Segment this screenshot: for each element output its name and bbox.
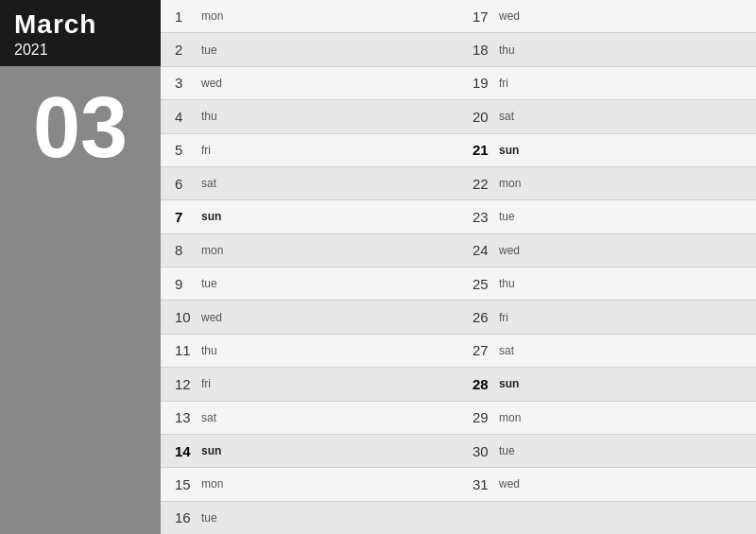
day-cell-left: 1mon [161, 0, 458, 32]
day-label: fri [499, 77, 508, 90]
day-row: 11thu27sat [161, 335, 756, 368]
day-label: sun [499, 377, 519, 390]
day-number: 13 [175, 409, 196, 425]
day-number: 2 [175, 42, 196, 58]
day-number: 15 [175, 476, 196, 492]
day-cell-right: 29mon [458, 402, 756, 434]
day-cell-right: 18thu [458, 33, 756, 65]
day-row: 7sun23tue [161, 200, 756, 233]
year-name: 2021 [14, 42, 146, 59]
day-row: 4thu20sat [161, 100, 756, 133]
day-number: 25 [472, 276, 493, 292]
day-label: wed [499, 477, 520, 491]
day-number: 7 [175, 209, 196, 225]
day-label: thu [201, 110, 217, 123]
day-number: 27 [472, 342, 493, 358]
month-number: 03 [0, 85, 161, 170]
day-number: 26 [472, 309, 493, 325]
day-label: wed [201, 311, 222, 324]
day-label: fri [201, 377, 211, 390]
day-row: 3wed19fri [161, 67, 756, 100]
day-cell-right [458, 502, 756, 534]
day-label: sat [499, 344, 514, 357]
day-cell-right: 19fri [458, 67, 756, 99]
day-cell-right: 27sat [458, 335, 756, 367]
day-number: 19 [472, 75, 493, 91]
day-label: thu [499, 43, 515, 57]
day-label: sat [201, 411, 216, 424]
day-cell-left: 4thu [161, 100, 458, 132]
day-number: 23 [472, 209, 493, 225]
day-cell-left: 12fri [161, 368, 458, 400]
day-row: 15mon31wed [161, 468, 756, 501]
day-number: 14 [175, 443, 196, 459]
day-number: 9 [175, 276, 196, 292]
day-row: 13sat29mon [161, 402, 756, 435]
day-number: 8 [175, 242, 196, 258]
day-number: 6 [175, 176, 196, 192]
day-row: 2tue18thu [161, 33, 756, 66]
day-number: 11 [175, 342, 196, 358]
day-number: 24 [472, 242, 493, 258]
day-cell-left: 2tue [161, 33, 458, 65]
day-cell-right: 28sun [458, 368, 756, 400]
day-row: 16tue [161, 502, 756, 534]
sidebar-header: March 2021 [0, 0, 161, 66]
day-label: mon [201, 244, 223, 257]
day-cell-right: 31wed [458, 468, 756, 500]
day-cell-right: 21sun [458, 134, 756, 166]
day-cell-left: 10wed [161, 301, 458, 333]
day-cell-left: 9tue [161, 267, 458, 300]
month-name: March [14, 9, 146, 40]
day-label: tue [499, 444, 515, 457]
day-row: 8mon24wed [161, 234, 756, 267]
day-cell-left: 3wed [161, 67, 458, 99]
day-number: 17 [472, 9, 493, 25]
sidebar: March 2021 03 [0, 0, 161, 534]
day-number: 10 [175, 309, 196, 325]
day-number: 5 [175, 142, 196, 158]
day-cell-left: 8mon [161, 234, 458, 267]
day-label: wed [499, 244, 520, 257]
day-cell-left: 6sat [161, 167, 458, 199]
day-number: 29 [472, 409, 493, 425]
day-label: sun [201, 210, 221, 223]
day-label: tue [201, 511, 217, 525]
day-cell-right: 17wed [458, 0, 756, 32]
day-label: sun [499, 144, 519, 157]
calendar-container: March 2021 03 1mon17wed2tue18thu3wed19fr… [0, 0, 756, 534]
day-number: 30 [472, 443, 493, 459]
day-row: 6sat22mon [161, 167, 756, 200]
day-label: mon [499, 411, 521, 424]
day-row: 9tue25thu [161, 267, 756, 301]
day-row: 10wed26fri [161, 301, 756, 334]
day-label: mon [201, 9, 223, 23]
day-number: 21 [472, 142, 493, 158]
day-label: tue [201, 277, 217, 290]
day-label: tue [499, 210, 515, 223]
day-number: 28 [472, 376, 493, 392]
day-cell-left: 11thu [161, 335, 458, 367]
day-row: 14sun30tue [161, 435, 756, 468]
days-grid: 1mon17wed2tue18thu3wed19fri4thu20sat5fri… [161, 0, 756, 534]
day-label: wed [201, 77, 222, 90]
day-cell-left: 13sat [161, 402, 458, 434]
day-label: fri [201, 144, 211, 157]
day-label: sun [201, 444, 221, 457]
day-cell-left: 14sun [161, 435, 458, 467]
day-cell-left: 15mon [161, 468, 458, 500]
day-number: 18 [472, 42, 493, 58]
day-row: 5fri21sun [161, 134, 756, 167]
day-label: sat [499, 110, 514, 123]
day-label: wed [499, 9, 520, 23]
day-row: 1mon17wed [161, 0, 756, 33]
day-cell-right: 24wed [458, 234, 756, 267]
day-number: 4 [175, 109, 196, 125]
day-row: 12fri28sun [161, 368, 756, 401]
day-label: mon [201, 477, 223, 491]
day-cell-right: 26fri [458, 301, 756, 333]
day-cell-left: 5fri [161, 134, 458, 166]
day-label: thu [201, 344, 217, 357]
day-cell-left: 7sun [161, 200, 458, 233]
day-cell-right: 23tue [458, 200, 756, 233]
